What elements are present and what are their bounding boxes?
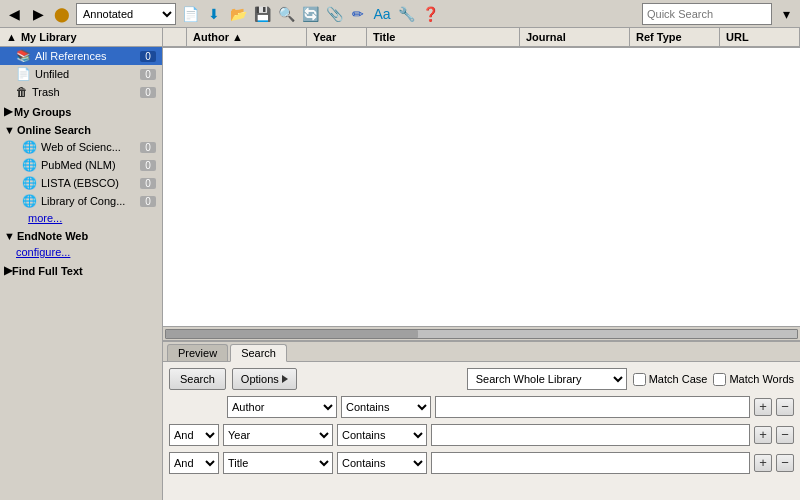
endnote-web-label: EndNote Web <box>17 230 88 242</box>
back-icon[interactable]: ◀ <box>4 4 24 24</box>
options-button[interactable]: Options <box>232 368 297 390</box>
all-references-count: 0 <box>140 51 156 62</box>
my-library-label: My Library <box>21 31 77 43</box>
add-row-3-button[interactable]: + <box>754 454 772 472</box>
trash-icon: 🗑 <box>16 85 28 99</box>
find-full-text-triangle: ▶ <box>4 264 12 277</box>
pubmed-label: PubMed (NLM) <box>41 159 116 171</box>
table-header: Author ▲ Year Title Journal Ref Type URL <box>163 28 800 48</box>
search-row-1: Author Contains + − <box>169 396 794 418</box>
tab-preview[interactable]: Preview <box>167 344 228 361</box>
search-scope-select[interactable]: Search Whole Library <box>467 368 627 390</box>
search-row-2: And Year Contains + − <box>169 424 794 446</box>
remove-row-3-button[interactable]: − <box>776 454 794 472</box>
save-icon[interactable]: 💾 <box>252 4 272 24</box>
sidebar-item-web-of-science[interactable]: 🌐 Web of Scienc... 0 <box>0 138 162 156</box>
library-of-cong-icon: 🌐 <box>22 194 37 208</box>
endnote-web-triangle: ▼ <box>4 230 15 242</box>
unfiled-count: 0 <box>140 69 156 80</box>
logic-select-2[interactable]: And <box>169 424 219 446</box>
operator-select-3[interactable]: Contains <box>337 452 427 474</box>
endnote-web-header[interactable]: ▼ EndNote Web <box>0 226 162 244</box>
search-value-1[interactable] <box>435 396 750 418</box>
search-dropdown-icon[interactable]: ▾ <box>776 4 796 24</box>
scroll-track[interactable] <box>165 329 798 339</box>
search-button[interactable]: Search <box>169 368 226 390</box>
search-value-3[interactable] <box>431 452 750 474</box>
sidebar: ▲ My Library 📚 All References 0 📄 Unfile… <box>0 28 163 500</box>
remove-row-1-button[interactable]: − <box>776 398 794 416</box>
col-header-reftype[interactable]: Ref Type <box>630 28 720 46</box>
add-row-1-button[interactable]: + <box>754 398 772 416</box>
format-icon[interactable]: Aa <box>372 4 392 24</box>
field-select-1[interactable]: Author <box>227 396 337 418</box>
insert-icon[interactable]: ✏ <box>348 4 368 24</box>
trash-count: 0 <box>140 87 156 98</box>
sidebar-more-link[interactable]: more... <box>0 210 162 226</box>
find-full-text-label: Find Full Text <box>12 265 83 277</box>
help-icon[interactable]: ❓ <box>420 4 440 24</box>
all-references-label: All References <box>35 50 107 62</box>
field-select-2[interactable]: Year <box>223 424 333 446</box>
view-select[interactable]: Annotated <box>76 3 176 25</box>
search-top-row: Search Options Search Whole Library Matc… <box>169 368 794 390</box>
main-container: ▲ My Library 📚 All References 0 📄 Unfile… <box>0 28 800 500</box>
bottom-panel: Preview Search Search Options Se <box>163 340 800 500</box>
quick-search-input[interactable] <box>642 3 772 25</box>
sidebar-item-unfiled[interactable]: 📄 Unfiled 0 <box>0 65 162 83</box>
toolbar: ◀ ▶ ⬤ Annotated 📄 ⬇ 📂 💾 🔍 🔄 📎 ✏ Aa 🔧 ❓ ▾ <box>0 0 800 28</box>
web-of-science-icon: 🌐 <box>22 140 37 154</box>
logic-select-3[interactable]: And <box>169 452 219 474</box>
attach-icon[interactable]: 📎 <box>324 4 344 24</box>
home-icon[interactable]: ⬤ <box>52 4 72 24</box>
forward-icon[interactable]: ▶ <box>28 4 48 24</box>
match-words-checkbox[interactable] <box>713 373 726 386</box>
find-full-text-header[interactable]: ▶ Find Full Text <box>0 260 162 279</box>
add-row-2-button[interactable]: + <box>754 426 772 444</box>
col-header-year[interactable]: Year <box>307 28 367 46</box>
import-icon[interactable]: ⬇ <box>204 4 224 24</box>
online-search-header[interactable]: ▼ Online Search <box>0 120 162 138</box>
my-groups-triangle: ▶ <box>4 105 12 118</box>
col-header-url[interactable]: URL <box>720 28 800 46</box>
match-case-label[interactable]: Match Case <box>633 373 708 386</box>
tab-search[interactable]: Search <box>230 344 287 362</box>
pubmed-icon: 🌐 <box>22 158 37 172</box>
col-header-num[interactable] <box>163 28 187 46</box>
match-case-checkbox[interactable] <box>633 373 646 386</box>
new-ref-icon[interactable]: 📄 <box>180 4 200 24</box>
sidebar-item-pubmed[interactable]: 🌐 PubMed (NLM) 0 <box>0 156 162 174</box>
options-arrow-icon <box>282 375 288 383</box>
tools-icon[interactable]: 🔧 <box>396 4 416 24</box>
unfiled-icon: 📄 <box>16 67 31 81</box>
triangle-icon: ▲ <box>6 31 17 43</box>
search-online-icon[interactable]: 🔍 <box>276 4 296 24</box>
col-header-journal[interactable]: Journal <box>520 28 630 46</box>
operator-select-2[interactable]: Contains <box>337 424 427 446</box>
field-select-3[interactable]: Title <box>223 452 333 474</box>
sidebar-item-library-of-cong[interactable]: 🌐 Library of Cong... 0 <box>0 192 162 210</box>
horizontal-scrollbar[interactable] <box>163 326 800 340</box>
online-search-triangle: ▼ <box>4 124 15 136</box>
my-groups-header[interactable]: ▶ My Groups <box>0 101 162 120</box>
sidebar-item-trash[interactable]: 🗑 Trash 0 <box>0 83 162 101</box>
scroll-thumb[interactable] <box>166 330 418 338</box>
match-words-label[interactable]: Match Words <box>713 373 794 386</box>
sidebar-item-all-references[interactable]: 📚 All References 0 <box>0 47 162 65</box>
col-header-author[interactable]: Author ▲ <box>187 28 307 46</box>
trash-label: Trash <box>32 86 60 98</box>
remove-row-2-button[interactable]: − <box>776 426 794 444</box>
open-icon[interactable]: 📂 <box>228 4 248 24</box>
operator-select-1[interactable]: Contains <box>341 396 431 418</box>
search-value-2[interactable] <box>431 424 750 446</box>
sync-icon[interactable]: 🔄 <box>300 4 320 24</box>
configure-link[interactable]: configure... <box>0 244 162 260</box>
sidebar-item-lista[interactable]: 🌐 LISTA (EBSCO) 0 <box>0 174 162 192</box>
online-search-label: Online Search <box>17 124 91 136</box>
library-of-cong-count: 0 <box>140 196 156 207</box>
author-sort-icon: ▲ <box>232 31 243 43</box>
lista-label: LISTA (EBSCO) <box>41 177 119 189</box>
panel-tabs: Preview Search <box>163 342 800 362</box>
sidebar-my-library[interactable]: ▲ My Library <box>0 28 162 47</box>
col-header-title[interactable]: Title <box>367 28 520 46</box>
